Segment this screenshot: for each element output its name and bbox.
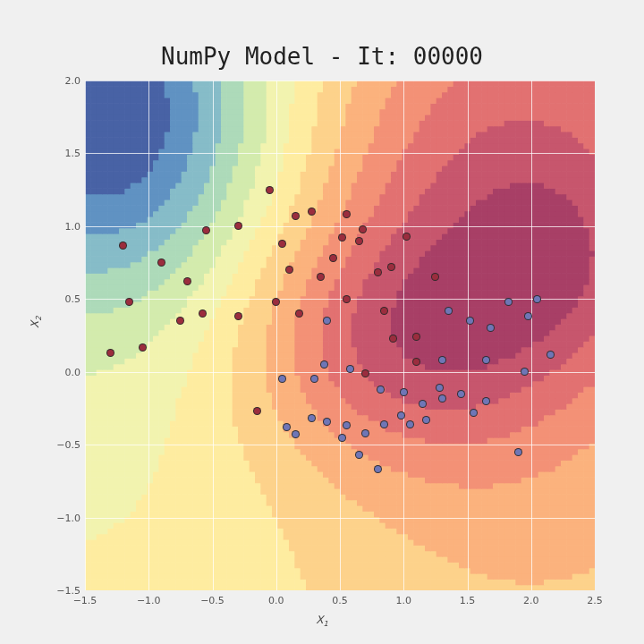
svg-rect-4585: [566, 301, 572, 308]
svg-rect-3738: [357, 352, 363, 359]
svg-rect-2719: [192, 415, 199, 421]
data-point: [355, 237, 363, 245]
svg-rect-7106: [572, 143, 579, 149]
svg-rect-252: [493, 573, 499, 580]
svg-rect-6744: [561, 165, 567, 172]
svg-rect-5803: [328, 222, 335, 228]
svg-rect-3536: [233, 364, 239, 370]
svg-rect-961: [430, 528, 436, 534]
svg-rect-246: [459, 573, 465, 580]
svg-rect-5680: [141, 228, 148, 234]
svg-rect-4737: [408, 290, 414, 296]
svg-rect-2695: [566, 420, 572, 427]
svg-rect-5118: [527, 267, 533, 274]
svg-rect-3109: [362, 392, 369, 398]
svg-rect-293: [216, 568, 222, 574]
svg-rect-7798: [413, 97, 419, 104]
svg-rect-3929: [419, 341, 426, 347]
svg-rect-7750: [141, 97, 148, 104]
svg-rect-974: [504, 528, 511, 534]
svg-rect-283: [158, 568, 165, 574]
svg-rect-4344: [221, 313, 227, 319]
svg-rect-4360: [311, 313, 318, 319]
svg-rect-7596: [289, 109, 295, 115]
svg-rect-7297: [124, 126, 131, 132]
svg-rect-1436: [572, 500, 579, 506]
svg-rect-6320: [199, 188, 205, 194]
svg-rect-111: [204, 579, 210, 585]
svg-rect-7318: [243, 126, 250, 132]
svg-rect-287: [182, 568, 188, 574]
svg-rect-3942: [493, 341, 499, 347]
svg-rect-7700: [369, 103, 375, 109]
svg-rect-7868: [301, 92, 307, 98]
svg-rect-2790: [85, 409, 91, 415]
svg-rect-1925: [284, 466, 290, 472]
svg-rect-725: [114, 539, 120, 546]
svg-rect-7432: [379, 120, 386, 126]
svg-rect-7284: [561, 131, 567, 138]
svg-rect-7804: [447, 97, 453, 104]
data-point: [400, 388, 408, 396]
svg-rect-249: [476, 573, 482, 580]
svg-rect-5853: [102, 216, 108, 223]
svg-rect-6438: [357, 182, 363, 189]
svg-rect-1376: [233, 500, 239, 506]
svg-rect-6433: [328, 182, 335, 189]
svg-rect-1980: [85, 460, 91, 466]
svg-rect-5241: [204, 256, 210, 262]
svg-rect-4973: [216, 273, 222, 279]
svg-rect-7768: [243, 97, 250, 104]
svg-rect-7171: [430, 137, 436, 143]
svg-rect-5290: [481, 256, 487, 262]
svg-rect-6625: [396, 171, 402, 177]
svg-rect-6180: [425, 199, 431, 206]
svg-rect-1846: [345, 471, 352, 478]
svg-rect-3843: [442, 347, 448, 353]
svg-rect-5301: [544, 256, 550, 262]
svg-rect-4433: [216, 307, 222, 313]
svg-rect-4118: [470, 330, 477, 336]
svg-rect-3293: [386, 381, 392, 387]
svg-rect-6628: [413, 171, 419, 177]
svg-rect-5401: [90, 245, 97, 251]
svg-rect-548: [131, 551, 137, 557]
svg-rect-6000: [425, 211, 431, 217]
svg-rect-2793: [102, 409, 108, 415]
svg-rect-3912: [323, 341, 329, 347]
svg-rect-5381: [487, 250, 494, 257]
svg-rect-3046: [515, 398, 521, 404]
svg-rect-2461: [260, 432, 267, 438]
svg-rect-3795: [170, 347, 176, 353]
svg-rect-5066: [233, 267, 239, 274]
svg-rect-7633: [498, 109, 504, 115]
svg-rect-7482: [153, 114, 159, 121]
svg-rect-256: [515, 573, 521, 580]
svg-rect-4393: [498, 313, 504, 319]
svg-rect-6926: [572, 154, 579, 160]
svg-rect-2729: [250, 415, 256, 421]
svg-rect-1710: [85, 477, 91, 483]
svg-rect-1248: [527, 511, 533, 517]
svg-rect-4060: [141, 330, 148, 336]
svg-rect-4029: [476, 335, 482, 342]
svg-rect-6362: [436, 188, 443, 194]
svg-rect-1038: [357, 522, 363, 529]
svg-rect-5397: [578, 250, 584, 257]
svg-rect-7981: [430, 86, 436, 92]
svg-rect-5908: [413, 216, 419, 223]
svg-rect-4047: [578, 335, 584, 342]
svg-rect-4749: [476, 290, 482, 296]
svg-rect-5282: [436, 256, 443, 262]
svg-rect-8064: [391, 80, 397, 87]
svg-rect-7951: [260, 86, 267, 92]
svg-rect-6015: [510, 211, 516, 217]
svg-rect-5348: [301, 250, 307, 257]
svg-rect-7295: [114, 126, 120, 132]
svg-rect-2983: [158, 398, 165, 404]
svg-rect-128: [301, 579, 307, 585]
svg-rect-3759: [476, 352, 482, 359]
svg-rect-7584: [221, 109, 227, 115]
svg-rect-723: [102, 539, 108, 546]
svg-rect-6904: [447, 154, 453, 160]
